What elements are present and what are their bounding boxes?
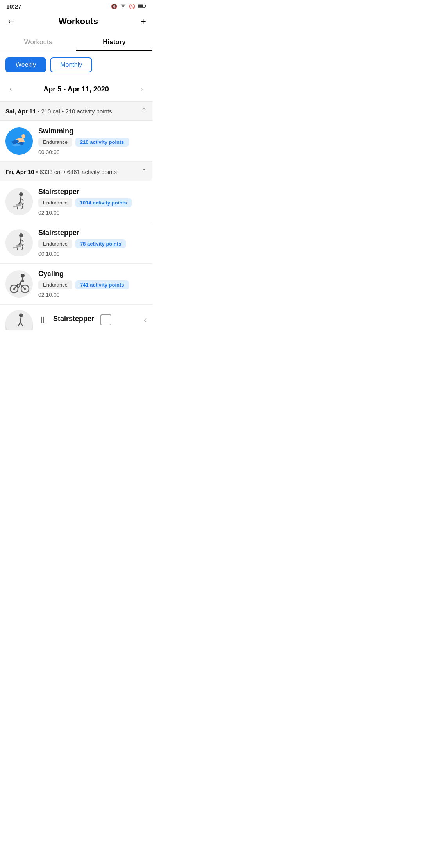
workout-item-stairstepper-partial[interactable]: ⏸ Stairstepper ‹ (0, 305, 152, 330)
collapse-icon: ⌃ (141, 107, 147, 115)
svg-point-4 (21, 134, 25, 138)
day-section-sat-apr-11[interactable]: Sat, Apr 11 • 210 cal • 210 activity poi… (0, 101, 152, 121)
workout-tags: Endurance 1014 activity points (38, 198, 147, 207)
tag-endurance: Endurance (38, 198, 72, 207)
workout-name: Stairstepper (38, 229, 147, 237)
tag-points: 78 activity points (75, 239, 126, 248)
monthly-filter-button[interactable]: Monthly (50, 57, 92, 72)
svg-point-17 (5, 229, 33, 256)
workout-info-stairstepper-1: Stairstepper Endurance 1014 activity poi… (38, 188, 147, 216)
back-button[interactable]: ← (6, 15, 16, 27)
collapse-icon-fri: ⌃ (141, 167, 147, 176)
workout-avatar-stairstepper-2 (5, 229, 33, 256)
tag-points: 741 activity points (75, 280, 129, 289)
svg-rect-2 (145, 5, 146, 7)
block-icon: 🚫 (129, 4, 135, 9)
stop-button-icon (100, 314, 111, 325)
svg-rect-1 (138, 5, 143, 7)
workout-info-swimming: Swimming Endurance 210 activity points 0… (38, 127, 147, 155)
workout-duration: 00:10:00 (38, 251, 147, 257)
workout-tags: Endurance 210 activity points (38, 138, 147, 147)
workout-name: Stairstepper (53, 315, 94, 323)
battery-icon (138, 4, 146, 9)
tabs-container: Workouts History (0, 33, 152, 51)
workout-tags: Endurance 78 activity points (38, 239, 147, 248)
tag-points: 1014 activity points (75, 198, 132, 207)
weekly-filter-button[interactable]: Weekly (5, 57, 46, 72)
workout-name: Cycling (38, 270, 147, 278)
svg-point-18 (19, 233, 23, 237)
status-icons: 🔇 🚫 (111, 3, 146, 10)
tag-endurance: Endurance (38, 138, 72, 147)
date-range: Apr 5 - Apr 11, 2020 (43, 85, 109, 93)
date-nav: ‹ Apr 5 - Apr 11, 2020 › (0, 79, 152, 101)
add-button[interactable]: + (140, 15, 146, 27)
top-bar: ← Workouts + (0, 11, 152, 33)
tag-endurance: Endurance (38, 280, 72, 289)
workout-item-swimming[interactable]: Swimming Endurance 210 activity points 0… (0, 121, 152, 162)
tab-history[interactable]: History (76, 33, 152, 51)
page-title: Workouts (59, 16, 98, 27)
workout-duration: 02:10:00 (38, 292, 147, 298)
workout-item-stairstepper-1[interactable]: Stairstepper Endurance 1014 activity poi… (0, 181, 152, 222)
svg-rect-15 (16, 204, 21, 206)
workout-duration: 00:30:00 (38, 149, 147, 155)
svg-point-7 (19, 192, 23, 196)
workout-avatar-stairstepper-partial (5, 310, 33, 330)
day-section-fri-apr-10[interactable]: Fri, Apr 10 • 6333 cal • 6461 activity p… (0, 162, 152, 181)
workout-name: Swimming (38, 127, 147, 135)
workout-info-stairstepper-partial: ⏸ Stairstepper ‹ (38, 314, 147, 325)
workout-tags: Endurance 741 activity points (38, 280, 147, 289)
workout-info-stairstepper-2: Stairstepper Endurance 78 activity point… (38, 229, 147, 257)
pause-icon: ⏸ (38, 315, 47, 325)
workout-avatar-cycling (5, 270, 33, 298)
filter-row: Weekly Monthly (0, 51, 152, 79)
prev-date-button[interactable]: ‹ (6, 82, 15, 96)
day-section-text-fri: Fri, Apr 10 • 6333 cal • 6461 activity p… (5, 169, 117, 175)
svg-point-6 (5, 188, 33, 215)
workout-avatar-swimming (5, 127, 33, 155)
svg-point-42 (5, 310, 33, 330)
svg-rect-25 (13, 247, 18, 248)
svg-point-29 (21, 274, 25, 278)
time: 10:27 (6, 3, 21, 10)
svg-point-43 (19, 314, 23, 317)
workout-item-cycling[interactable]: Cycling Endurance 741 activity points 02… (0, 264, 152, 305)
svg-rect-27 (20, 244, 24, 245)
workout-name: Stairstepper (38, 188, 147, 196)
svg-point-5 (12, 144, 21, 146)
back-control-icon: ‹ (144, 314, 147, 325)
workout-duration: 02:10:00 (38, 210, 147, 216)
next-date-button[interactable]: › (137, 82, 146, 96)
svg-rect-26 (16, 245, 21, 247)
mute-icon: 🔇 (111, 4, 117, 9)
tag-endurance: Endurance (38, 239, 72, 248)
tab-workouts[interactable]: Workouts (0, 33, 76, 51)
workout-avatar-stairstepper-1 (5, 188, 33, 215)
status-bar: 10:27 🔇 🚫 (0, 0, 152, 11)
tag-points: 210 activity points (75, 138, 129, 147)
day-section-text: Sat, Apr 11 • 210 cal • 210 activity poi… (5, 108, 112, 115)
svg-rect-14 (13, 206, 18, 207)
svg-rect-16 (20, 203, 24, 204)
workout-item-stairstepper-2[interactable]: Stairstepper Endurance 78 activity point… (0, 222, 152, 264)
wifi-icon (120, 3, 127, 10)
workout-info-cycling: Cycling Endurance 741 activity points 02… (38, 270, 147, 298)
